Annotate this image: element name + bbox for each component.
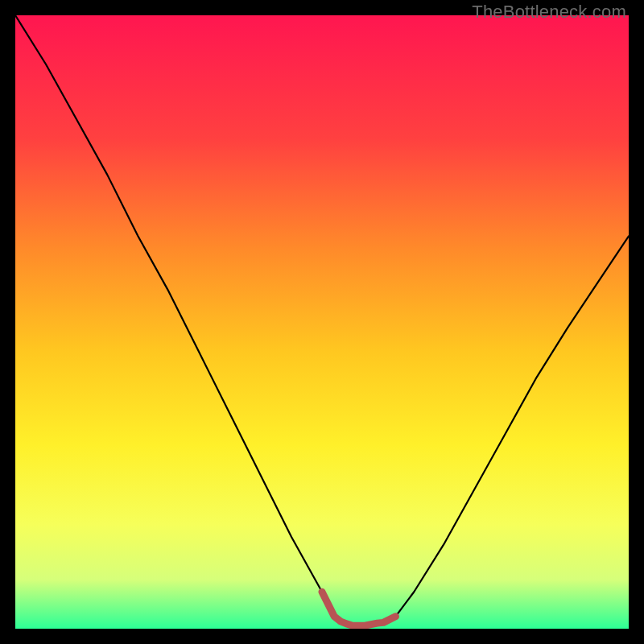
watermark-text: TheBottleneck.com xyxy=(472,2,626,23)
gradient-background xyxy=(15,15,629,629)
bottleneck-chart xyxy=(15,15,629,629)
chart-frame xyxy=(15,15,629,629)
